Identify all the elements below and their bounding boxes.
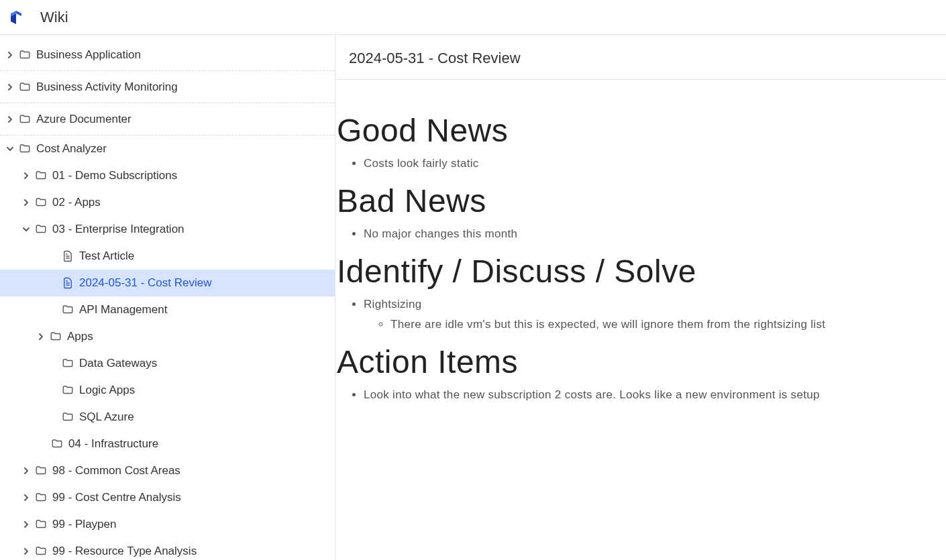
tree-item-label: API Management [79,303,167,317]
tree-item-label: 04 - Infrastructure [68,437,158,451]
folder-item[interactable]: 98 - Common Cost Areas [0,457,335,484]
tree-item-label: 2024-05-31 - Cost Review [79,276,211,290]
content-area: 2024-05-31 - Cost Review Good NewsCosts … [335,35,946,560]
tree-item-label: Data Gateways [79,357,157,370]
file-icon [60,250,75,262]
chevron-right-icon[interactable] [4,52,16,58]
folder-item[interactable]: 99 - Cost Centre Analysis [0,484,335,511]
file-icon [60,277,75,289]
folder-icon [34,492,48,504]
article-body: Good NewsCosts look fairly staticBad New… [335,80,946,402]
folder-item[interactable]: Data Gateways [0,350,335,377]
chevron-right-icon[interactable] [20,199,32,206]
folder-item[interactable]: API Management [0,296,335,323]
tree-item-label: 03 - Enterprise Integration [52,223,185,236]
chevron-right-icon[interactable] [20,467,32,474]
folder-item[interactable]: Business Activity Monitoring [0,71,335,103]
chevron-right-icon[interactable] [4,84,16,91]
tree-item-label: Cost Analyzer [36,142,107,156]
list-item: Look into what the new subscription 2 co… [364,388,930,402]
tree-item-label: 99 - Playpen [52,518,116,531]
list-item-text: Rightsizing [364,298,421,311]
folder-icon [34,545,48,557]
list-item: There are idle vm's but this is expected… [390,318,930,331]
folder-icon [17,143,32,155]
chevron-right-icon[interactable] [20,521,32,528]
section-heading: Good News [337,112,930,149]
folder-icon [34,518,48,530]
list-item: No major changes this month [364,227,930,241]
bullet-list: No major changes this month [364,227,930,241]
folder-icon [17,49,32,61]
tree-item-label: 98 - Common Cost Areas [52,464,180,478]
tree-item-label: Business Activity Monitoring [36,80,178,94]
bullet-list: RightsizingThere are idle vm's but this … [364,298,930,331]
tree-item-label: 02 - Apps [52,196,101,209]
tree-item-label: Logic Apps [79,384,135,397]
bullet-sublist: There are idle vm's but this is expected… [390,318,930,331]
folder-item[interactable]: Logic Apps [0,377,335,404]
chevron-down-icon[interactable] [20,226,32,233]
folder-icon [60,411,75,423]
folder-item[interactable]: Apps [0,323,335,350]
folder-item[interactable]: 04 - Infrastructure [0,431,335,457]
bullet-list: Look into what the new subscription 2 co… [364,388,930,402]
folder-item[interactable]: 03 - Enterprise Integration [0,216,335,243]
folder-icon [17,113,32,125]
list-item: Costs look fairly static [364,157,930,170]
app-title: Wiki [40,9,68,26]
app-logo-icon [8,9,24,25]
tree-item-label: 99 - Resource Type Analysis [52,545,197,558]
folder-item[interactable]: 99 - Resource Type Analysis [0,538,335,560]
topbar: Wiki [0,0,946,35]
folder-icon [34,197,48,209]
folder-icon [60,357,75,370]
folder-icon [17,81,32,93]
sidebar: Business ApplicationBusiness Activity Mo… [0,35,335,560]
folder-item[interactable]: Azure Documenter [0,103,335,135]
tree-item-label: Azure Documenter [36,113,132,126]
tree-item-label: Test Article [79,249,134,263]
chevron-right-icon[interactable] [4,116,16,123]
folder-icon [60,304,75,316]
tree-item-label: 01 - Demo Subscriptions [52,169,177,182]
tree-item-label: SQL Azure [79,410,134,424]
folder-item[interactable]: 02 - Apps [0,189,335,216]
list-item: RightsizingThere are idle vm's but this … [364,298,930,331]
chevron-right-icon[interactable] [35,333,47,340]
folder-icon [34,465,48,477]
folder-icon [48,331,63,343]
bullet-list: Costs look fairly static [364,157,930,170]
file-item[interactable]: 2024-05-31 - Cost Review [0,270,335,296]
tree-item-label: 99 - Cost Centre Analysis [52,491,181,504]
folder-icon [60,384,75,396]
chevron-right-icon[interactable] [20,494,32,501]
folder-item[interactable]: SQL Azure [0,404,335,431]
folder-item[interactable]: Business Application [0,39,335,71]
tree-item-label: Apps [67,330,93,343]
chevron-right-icon[interactable] [20,172,32,179]
list-item-text: Look into what the new subscription 2 co… [364,388,820,401]
folder-item[interactable]: Cost Analyzer [0,135,335,162]
file-item[interactable]: Test Article [0,243,335,270]
folder-icon [50,438,64,450]
section-heading: Action Items [337,343,930,380]
page-title: 2024-05-31 - Cost Review [335,35,946,80]
chevron-right-icon[interactable] [20,548,32,555]
section-heading: Identify / Discuss / Solve [337,253,930,290]
list-item-text: Costs look fairly static [364,157,479,170]
tree-item-label: Business Application [36,48,141,62]
folder-icon [34,223,48,235]
section-heading: Bad News [337,182,930,219]
folder-icon [34,170,48,182]
folder-item[interactable]: 01 - Demo Subscriptions [0,162,335,189]
list-item-text: No major changes this month [364,227,517,240]
folder-item[interactable]: 99 - Playpen [0,511,335,538]
chevron-down-icon[interactable] [4,146,16,152]
